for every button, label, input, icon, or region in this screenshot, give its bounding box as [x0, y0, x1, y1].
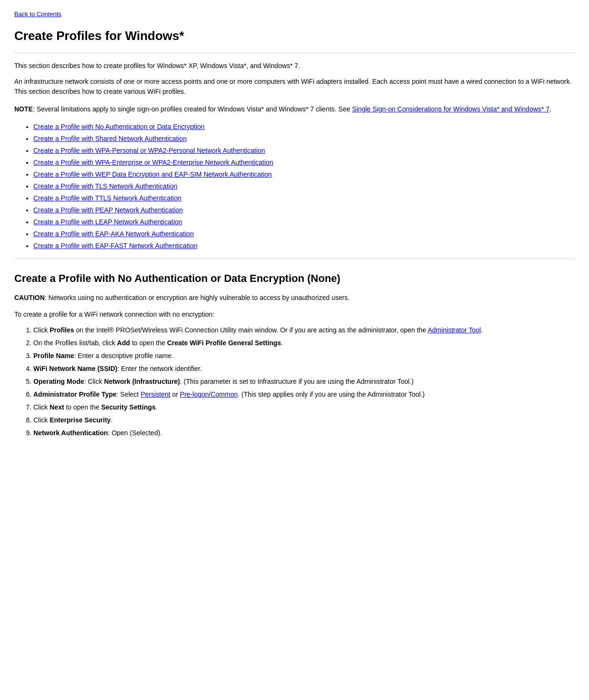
step-7: Click Next to open the Security Settings…	[33, 402, 575, 412]
note-link[interactable]: Single Sign-on Considerations for Window…	[352, 105, 549, 113]
toc-link-4[interactable]: Create a Profile with WEP Data Encryptio…	[33, 170, 272, 178]
toc-item-6: Create a Profile with TTLS Network Authe…	[33, 193, 575, 203]
page-title: Create Profiles for Windows*	[14, 27, 575, 45]
toc-link-8[interactable]: Create a Profile with LEAP Network Authe…	[33, 218, 182, 226]
step2-add: Add	[117, 339, 130, 347]
step2-create: Create WiFi Profile General Settings	[167, 339, 281, 347]
toc-link-1[interactable]: Create a Profile with Shared Network Aut…	[33, 135, 187, 142]
caution-block: CAUTION: Networks using no authenticatio…	[14, 293, 575, 303]
step8-enterprise: Enterprise Security	[50, 416, 110, 424]
intro-paragraph-1: This section describes how to create pro…	[14, 61, 575, 71]
toc-list: Create a Profile with No Authentication …	[33, 122, 575, 251]
toc-item-8: Create a Profile with LEAP Network Authe…	[33, 217, 575, 227]
step-8: Click Enterprise Security.	[33, 415, 575, 425]
step7-next: Next	[50, 403, 64, 411]
persistent-link[interactable]: Persistent	[140, 390, 170, 398]
note-label: NOTE	[14, 105, 33, 113]
intro-paragraph-2: An infrastructure network consists of on…	[14, 77, 575, 97]
step-6: Administrator Profile Type: Select Persi…	[33, 390, 575, 400]
toc-link-0[interactable]: Create a Profile with No Authentication …	[33, 123, 205, 130]
step-1: Click Profiles on the Intel® PROSet/Wire…	[33, 325, 575, 335]
toc-item-2: Create a Profile with WPA-Personal or WP…	[33, 146, 575, 156]
note-text-end: .	[549, 105, 551, 113]
step-4: WiFi Network Name (SSID): Enter the netw…	[33, 364, 575, 374]
caution-text: : Networks using no authentication or en…	[45, 294, 349, 301]
toc-link-7[interactable]: Create a Profile with PEAP Network Authe…	[33, 206, 183, 214]
step1-bold: Profiles	[50, 326, 74, 334]
step-9: Network Authentication: Open (Selected).	[33, 428, 575, 438]
note-block: NOTE: Several limitations apply to singl…	[14, 104, 575, 114]
step5-network-infra: Network (Infrastructure)	[104, 378, 180, 385]
toc-item-10: Create a Profile with EAP-FAST Network A…	[33, 241, 575, 251]
toc-link-9[interactable]: Create a Profile with EAP-AKA Network Au…	[33, 230, 194, 238]
toc-link-2[interactable]: Create a Profile with WPA-Personal or WP…	[33, 147, 265, 154]
step9-network-auth: Network Authentication	[33, 429, 108, 437]
toc-link-10[interactable]: Create a Profile with EAP-FAST Network A…	[33, 242, 197, 250]
section1-title: Create a Profile with No Authentication …	[14, 270, 575, 286]
bottom-divider	[14, 259, 575, 259]
section1-intro: To create a profile for a WiFi network c…	[14, 310, 575, 320]
step6-admin-profile: Administrator Profile Type	[33, 390, 117, 398]
toc-link-5[interactable]: Create a Profile with TLS Network Authen…	[33, 182, 177, 190]
top-divider	[14, 53, 575, 53]
toc-item-3: Create a Profile with WPA-Enterprise or …	[33, 158, 575, 168]
step5-operating-mode: Operating Mode	[33, 378, 84, 385]
step-5: Operating Mode: Click Network (Infrastru…	[33, 377, 575, 387]
toc-item-5: Create a Profile with TLS Network Authen…	[33, 181, 575, 191]
pre-logon-link[interactable]: Pre-logon/Common	[180, 390, 238, 398]
steps-list: Click Profiles on the Intel® PROSet/Wire…	[33, 325, 575, 438]
note-text: : Several limitations apply to single si…	[33, 105, 352, 113]
toc-link-6[interactable]: Create a Profile with TTLS Network Authe…	[33, 194, 181, 202]
toc-item-4: Create a Profile with WEP Data Encryptio…	[33, 170, 575, 180]
toc-item-7: Create a Profile with PEAP Network Authe…	[33, 205, 575, 215]
step3-profile-name: Profile Name	[33, 352, 74, 360]
section-1: Create a Profile with No Authentication …	[14, 270, 575, 438]
toc-item-9: Create a Profile with EAP-AKA Network Au…	[33, 229, 575, 239]
toc-item-1: Create a Profile with Shared Network Aut…	[33, 134, 575, 144]
step4-ssid: WiFi Network Name (SSID)	[33, 365, 117, 372]
caution-label: CAUTION	[14, 294, 45, 301]
step7-security: Security Settings	[101, 403, 155, 411]
toc-item-0: Create a Profile with No Authentication …	[33, 122, 575, 132]
back-to-contents-link[interactable]: Back to Contents	[14, 10, 575, 19]
step-3: Profile Name: Enter a descriptive profil…	[33, 351, 575, 361]
step-2: On the Profiles list/tab, click Add to o…	[33, 338, 575, 348]
administrator-tool-link[interactable]: Administrator Tool	[428, 326, 481, 334]
toc-link-3[interactable]: Create a Profile with WPA-Enterprise or …	[33, 159, 273, 166]
